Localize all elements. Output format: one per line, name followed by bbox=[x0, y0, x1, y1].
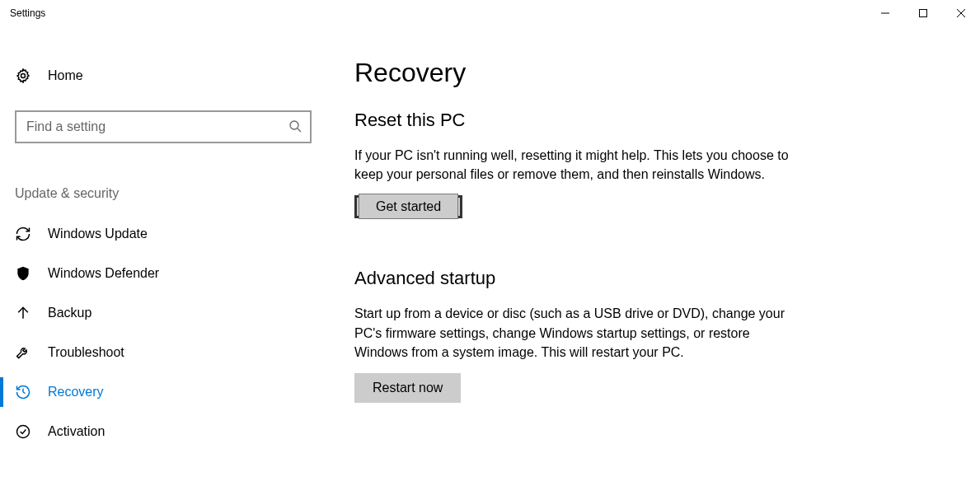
restart-now-button[interactable]: Restart now bbox=[354, 373, 461, 403]
sidebar-item-label: Recovery bbox=[48, 385, 104, 400]
sidebar-item-label: Windows Update bbox=[48, 227, 148, 241]
maximize-button[interactable] bbox=[904, 0, 942, 26]
minimize-button[interactable] bbox=[866, 0, 904, 26]
sidebar-item-activation[interactable]: Activation bbox=[0, 412, 313, 451]
sidebar-item-windows-defender[interactable]: Windows Defender bbox=[0, 254, 313, 293]
advanced-heading: Advanced startup bbox=[354, 268, 824, 289]
history-icon bbox=[15, 384, 31, 400]
wrench-icon bbox=[15, 344, 31, 361]
svg-point-5 bbox=[290, 121, 298, 129]
sidebar-item-backup[interactable]: Backup bbox=[0, 293, 313, 333]
arrow-up-icon bbox=[15, 305, 31, 321]
close-button[interactable] bbox=[942, 0, 980, 26]
gear-icon bbox=[15, 68, 31, 84]
search-input[interactable] bbox=[26, 119, 288, 134]
svg-line-9 bbox=[23, 392, 26, 394]
reset-pc-section: Reset this PC If your PC isn't running w… bbox=[354, 110, 824, 218]
get-started-label: Get started bbox=[359, 194, 458, 219]
page-title: Recovery bbox=[354, 58, 824, 88]
reset-description: If your PC isn't running well, resetting… bbox=[354, 146, 799, 184]
sidebar-item-troubleshoot[interactable]: Troubleshoot bbox=[0, 333, 313, 372]
sidebar-item-recovery[interactable]: Recovery bbox=[0, 372, 313, 412]
check-circle-icon bbox=[15, 423, 31, 440]
search-input-container[interactable] bbox=[15, 110, 312, 143]
shield-icon bbox=[15, 265, 31, 282]
window-controls bbox=[866, 0, 980, 26]
window-title: Settings bbox=[10, 7, 45, 19]
sidebar-item-windows-update[interactable]: Windows Update bbox=[0, 214, 313, 254]
sync-icon bbox=[15, 226, 31, 242]
sidebar-item-label: Activation bbox=[48, 424, 105, 439]
search-icon bbox=[288, 119, 302, 135]
advanced-description: Start up from a device or disc (such as … bbox=[354, 304, 799, 362]
sidebar-item-label: Windows Defender bbox=[48, 266, 159, 281]
svg-rect-1 bbox=[920, 10, 927, 17]
get-started-button[interactable]: Get started bbox=[354, 195, 462, 218]
home-button[interactable]: Home bbox=[15, 58, 313, 94]
reset-heading: Reset this PC bbox=[354, 110, 824, 131]
sidebar: Home Update & security Windows Update Wi… bbox=[0, 58, 313, 452]
svg-point-4 bbox=[21, 74, 26, 78]
titlebar: Settings bbox=[0, 0, 980, 26]
category-label: Update & security bbox=[15, 186, 313, 201]
advanced-startup-section: Advanced startup Start up from a device … bbox=[354, 268, 824, 403]
home-label: Home bbox=[48, 68, 83, 83]
sidebar-item-label: Troubleshoot bbox=[48, 345, 124, 360]
svg-point-10 bbox=[17, 426, 30, 438]
svg-line-6 bbox=[298, 129, 301, 132]
sidebar-item-label: Backup bbox=[48, 306, 91, 320]
main-content: Recovery Reset this PC If your PC isn't … bbox=[313, 58, 824, 452]
